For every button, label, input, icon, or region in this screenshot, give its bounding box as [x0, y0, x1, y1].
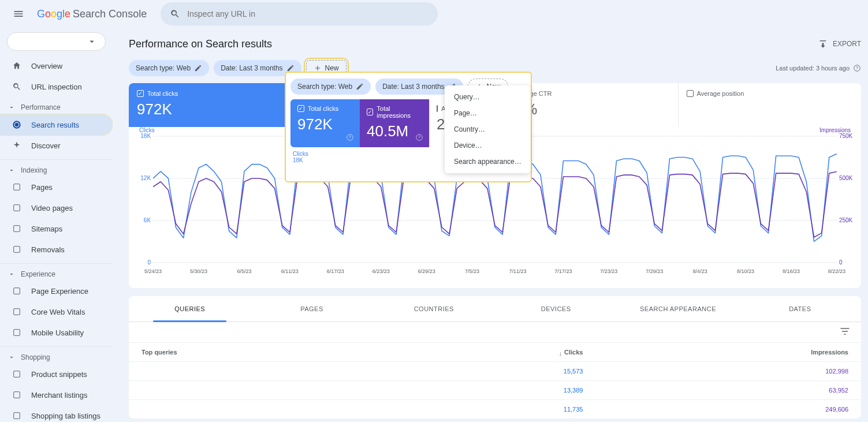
sidebar-item-shopping-tab-listings[interactable]: Shopping tab listings [0, 405, 113, 422]
metric-label: Total clicks [147, 90, 178, 97]
item-icon [12, 182, 22, 192]
sidebar-item-url-inspection[interactable]: URL inspection [0, 76, 113, 97]
metric-label: Average position [697, 90, 744, 97]
cell-clicks: 15,573 [386, 361, 596, 380]
sidebar-item-discover[interactable]: Discover [0, 135, 113, 156]
metric-total-clicks[interactable]: Total clicks 972K ? [129, 83, 312, 127]
sidebar-item-removals[interactable]: Removals [0, 239, 113, 260]
svg-text:0: 0 [839, 259, 843, 266]
main-content: Performance on Search results EXPORT Sea… [113, 28, 868, 422]
sidebar-item-video-pages[interactable]: Video pages [0, 197, 113, 218]
hamburger-menu[interactable] [5, 0, 32, 28]
svg-text:8/22/23: 8/22/23 [828, 268, 845, 274]
property-selector[interactable] [7, 32, 106, 51]
col-clicks[interactable]: ↓Clicks [386, 342, 596, 361]
sidebar-item-core-web-vitals[interactable]: Core Web Vitals [0, 301, 113, 322]
svg-text:6/23/23: 6/23/23 [372, 268, 390, 274]
sidebar-item-overview[interactable]: Overview [0, 55, 113, 76]
sidebar-item-page-experience[interactable]: Page Experience [0, 281, 113, 301]
export-label: EXPORT [833, 40, 861, 48]
page-title: Performance on Search results [129, 38, 272, 50]
sidebar-group-performance[interactable]: Performance [0, 97, 113, 114]
logo: Google Search Console [37, 8, 147, 20]
svg-text:5/30/23: 5/30/23 [190, 268, 207, 274]
chevron-down-icon [8, 104, 15, 111]
col-label: Clicks [564, 349, 583, 356]
svg-text:?: ? [856, 66, 858, 70]
metric-average-position[interactable]: Average position [678, 83, 862, 127]
chip-new[interactable]: New [306, 60, 347, 76]
sort-desc-icon: ↓ [559, 350, 562, 357]
svg-text:6/5/23: 6/5/23 [237, 268, 251, 274]
svg-text:7/11/23: 7/11/23 [509, 268, 526, 274]
popover-item-page-[interactable]: Page… [445, 105, 531, 121]
sidebar-item-pages[interactable]: Pages [0, 177, 113, 197]
chevron-down-icon [87, 36, 97, 47]
cell-impressions: 102,998 [595, 361, 861, 380]
svg-text:?: ? [301, 115, 303, 119]
chip-date[interactable]: Date: Last 3 months [214, 60, 301, 76]
sidebar-item-product-snippets[interactable]: Product snippets [0, 364, 113, 384]
item-icon [12, 203, 22, 213]
tab-search-appearance[interactable]: SEARCH APPEARANCE [617, 296, 739, 322]
col-impressions[interactable]: Impressions [595, 342, 861, 361]
tab-devices[interactable]: DEVICES [495, 296, 617, 322]
sidebar-item-merchant-listings[interactable]: Merchant listings [0, 384, 113, 405]
popover-item-device-[interactable]: Device… [445, 137, 531, 154]
sidebar-item-mobile-usability[interactable]: Mobile Usability [0, 322, 113, 343]
cell-query [129, 380, 386, 399]
popover-item-search-appearance-[interactable]: Search appearance… [445, 154, 531, 170]
help-icon[interactable]: ? [853, 64, 861, 72]
chevron-down-icon [8, 354, 15, 361]
item-icon [12, 410, 22, 421]
svg-text:12K: 12K [140, 175, 151, 181]
tab-countries[interactable]: COUNTRIES [373, 296, 495, 322]
table-filter-button[interactable] [839, 326, 851, 339]
sidebar-group-shopping[interactable]: Shopping [0, 346, 113, 364]
item-icon [12, 307, 22, 317]
popover-item-query-[interactable]: Query… [445, 89, 531, 105]
url-inspect-input[interactable] [187, 9, 429, 18]
sidebar-group-indexing[interactable]: Indexing [0, 159, 113, 177]
svg-rect-2 [14, 226, 20, 232]
item-icon [12, 327, 22, 338]
svg-rect-3 [14, 247, 20, 253]
svg-text:8/10/23: 8/10/23 [737, 268, 754, 274]
sidebar-item-sitemaps[interactable]: Sitemaps [0, 218, 113, 239]
svg-text:6/17/23: 6/17/23 [327, 268, 344, 274]
svg-text:6/29/23: 6/29/23 [418, 268, 435, 274]
table-row[interactable]: 13,38963,952 [129, 380, 861, 399]
export-button[interactable]: EXPORT [818, 39, 861, 49]
tab-dates[interactable]: DATES [739, 296, 861, 322]
sidebar-item-search-results[interactable]: Search results [0, 114, 113, 135]
help-icon[interactable]: ? [298, 113, 306, 121]
edit-icon [286, 64, 295, 72]
svg-text:750K: 750K [839, 133, 853, 139]
svg-text:500K: 500K [839, 175, 853, 181]
tab-pages[interactable]: PAGES [251, 296, 372, 322]
table-row[interactable]: 15,573102,998 [129, 361, 861, 380]
item-icon [12, 223, 22, 234]
y-axis-left-label: Clicks [139, 127, 155, 133]
metric-label: Total impressions [330, 90, 379, 97]
metric-value: 972K [137, 100, 304, 118]
cell-query [129, 399, 386, 419]
google-wordmark: Google [37, 8, 70, 20]
sidebar-group-label: Indexing [21, 166, 47, 174]
item-icon [12, 244, 22, 255]
cell-query [129, 361, 386, 380]
svg-text:7/5/23: 7/5/23 [465, 268, 479, 274]
popover-item-country-[interactable]: Country… [445, 121, 531, 137]
tab-queries[interactable]: QUERIES [129, 296, 251, 322]
chip-search-type[interactable]: Search type: Web [129, 60, 209, 76]
url-inspect-search[interactable] [161, 2, 438, 25]
sidebar-group-experience[interactable]: Experience [0, 263, 113, 281]
search-icon [12, 81, 22, 92]
table-row[interactable]: 11,735249,606 [129, 399, 861, 419]
sidebar-item-label: Search results [31, 121, 79, 129]
sidebar-item-label: Overview [31, 62, 62, 70]
col-top-queries[interactable]: Top queries [129, 342, 386, 361]
edit-icon [194, 64, 202, 72]
checkbox-icon [320, 90, 327, 97]
svg-text:18K: 18K [140, 133, 151, 139]
